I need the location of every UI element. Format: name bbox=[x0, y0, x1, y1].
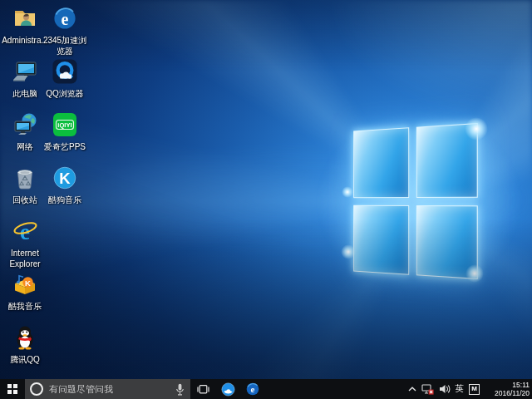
ime-mode-indicator[interactable]: M bbox=[469, 384, 480, 395]
taskbar-qq-browser-button[interactable] bbox=[215, 379, 240, 399]
internet-explorer-icon: e bbox=[1, 218, 49, 246]
network-status-icon[interactable] bbox=[421, 384, 434, 395]
system-tray: 英 M 15:11 2016/11/20 bbox=[406, 379, 532, 399]
qq-browser-taskbar-icon bbox=[221, 382, 235, 397]
qq-browser-icon bbox=[41, 58, 89, 86]
tray-chevron-up-icon[interactable] bbox=[408, 387, 416, 392]
2345-browser-icon: e bbox=[41, 5, 89, 33]
kuwo-music-icon: K bbox=[1, 271, 49, 299]
start-button[interactable] bbox=[0, 379, 25, 399]
cortana-icon bbox=[30, 382, 43, 396]
svg-text:e: e bbox=[251, 384, 255, 394]
desktop-icon-label: 酷狗音乐 bbox=[41, 195, 89, 205]
desktop-icon-iqiyi-pps[interactable]: iQIYI 爱奇艺PPS bbox=[41, 111, 89, 152]
desktop-icon-label: 2345加速浏览器 bbox=[41, 35, 89, 57]
task-view-icon bbox=[197, 384, 209, 395]
desktop-icon-internet-explorer[interactable]: e Internet Explorer bbox=[1, 218, 49, 269]
ime-language-indicator[interactable]: 英 bbox=[456, 383, 465, 395]
svg-text:e: e bbox=[62, 10, 69, 28]
desktop-icon-label: 酷我音乐 bbox=[1, 301, 49, 312]
desktop-icon-kugou-music[interactable]: K 酷狗音乐 bbox=[41, 165, 89, 205]
desktop-icon-tencent-qq[interactable]: 腾讯QQ bbox=[1, 324, 49, 365]
windows-start-icon bbox=[7, 384, 18, 395]
svg-text:iQIYI: iQIYI bbox=[57, 121, 71, 129]
iqiyi-icon: iQIYI bbox=[41, 111, 89, 140]
qq-penguin-icon bbox=[1, 324, 49, 352]
volume-icon[interactable] bbox=[439, 384, 451, 394]
desktop-icon-label: 爱奇艺PPS bbox=[41, 141, 89, 152]
desktop-icon-label: Internet Explorer bbox=[1, 248, 49, 269]
search-placeholder: 有问题尽管问我 bbox=[49, 383, 175, 396]
desktop-icon-label: QQ浏览器 bbox=[41, 88, 89, 99]
taskbar: 有问题尽管问我 e bbox=[0, 379, 532, 399]
microphone-icon[interactable] bbox=[175, 383, 185, 396]
svg-text:K: K bbox=[25, 278, 31, 288]
desktop-icon-qq-browser[interactable]: QQ浏览器 bbox=[41, 58, 89, 99]
svg-text:K: K bbox=[59, 170, 71, 187]
kugou-music-icon: K bbox=[41, 165, 89, 193]
desktop-icon-2345-browser[interactable]: e 2345加速浏览器 bbox=[41, 5, 89, 57]
taskbar-search-input[interactable]: 有问题尽管问我 bbox=[25, 379, 190, 399]
clock-time: 15:11 bbox=[486, 381, 530, 389]
taskbar-2345-browser-button[interactable]: e bbox=[240, 379, 265, 399]
2345-browser-taskbar-icon: e bbox=[246, 382, 259, 396]
taskbar-clock[interactable]: 15:11 2016/11/20 bbox=[486, 381, 530, 397]
clock-date: 2016/11/20 bbox=[486, 389, 530, 397]
desktop-icon-kuwo-music[interactable]: K 酷我音乐 bbox=[1, 271, 49, 312]
task-view-button[interactable] bbox=[190, 379, 215, 399]
desktop-icon-label: 腾讯QQ bbox=[1, 354, 49, 365]
